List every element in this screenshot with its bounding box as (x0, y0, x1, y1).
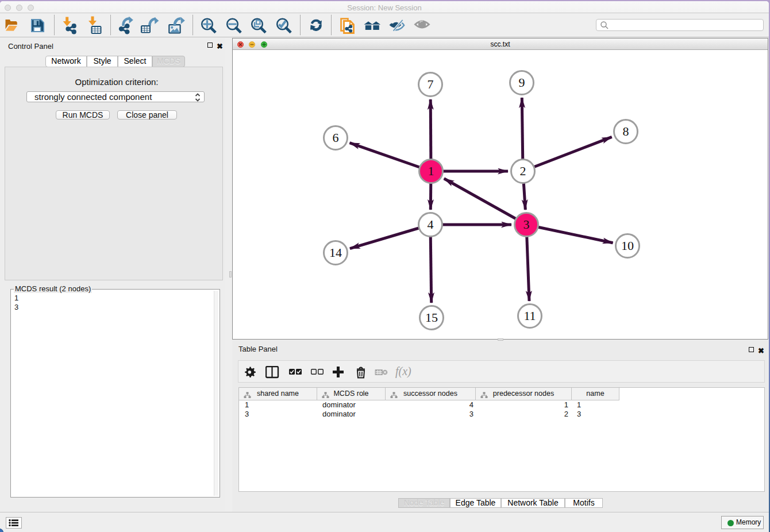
svg-text:7: 7 (428, 77, 434, 91)
svg-text:1: 1 (428, 164, 434, 178)
svg-text:2: 2 (520, 164, 526, 178)
svg-text:10: 10 (621, 238, 634, 253)
svg-text:6: 6 (333, 130, 339, 145)
svg-text:11: 11 (523, 309, 536, 323)
svg-text:14: 14 (329, 245, 342, 260)
svg-text:3: 3 (523, 217, 530, 232)
svg-text:8: 8 (623, 124, 629, 138)
svg-text:4: 4 (428, 217, 434, 232)
svg-text:15: 15 (425, 310, 438, 325)
svg-text:9: 9 (519, 75, 525, 90)
